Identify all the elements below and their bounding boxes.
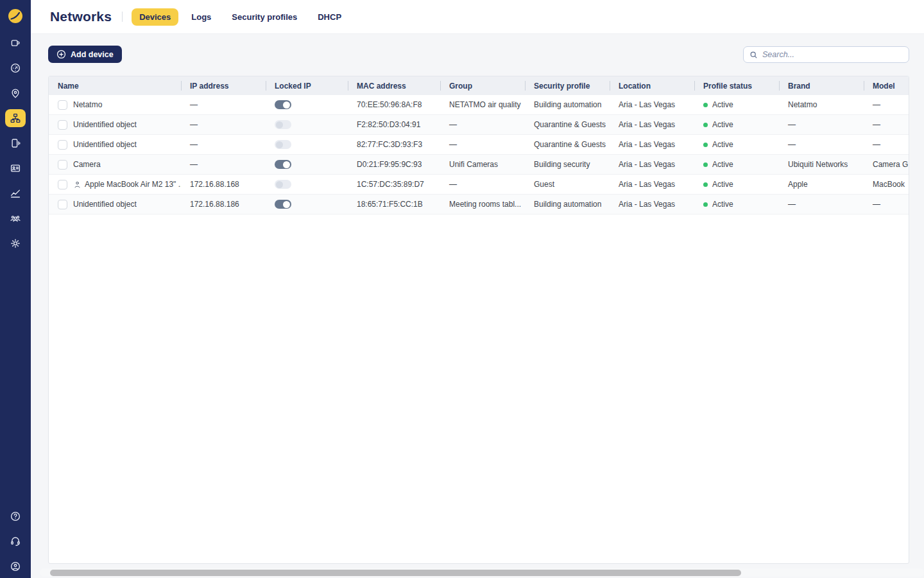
status-label: Active	[712, 160, 733, 169]
profile-status-cell: Active	[694, 155, 779, 174]
status-active-dot	[703, 123, 708, 127]
locked-ip-toggle[interactable]	[275, 100, 291, 109]
sidebar-item-team[interactable]	[5, 209, 26, 227]
plus-circle-icon	[56, 49, 66, 59]
column-header-ip-address[interactable]: IP address	[181, 76, 266, 95]
row-checkbox[interactable]	[58, 200, 67, 209]
toggle-knob	[283, 201, 290, 208]
ip-address-cell: —	[181, 115, 266, 134]
table-row[interactable]: Unidentified object—82:77:FC:3D:93:F3—Qu…	[49, 135, 909, 155]
toggle-knob	[283, 161, 290, 168]
row-checkbox[interactable]	[58, 140, 67, 150]
group-cell: NETATMO air quality	[440, 95, 525, 114]
locked-ip-toggle[interactable]	[275, 200, 291, 209]
horizontal-scrollbar-thumb[interactable]	[50, 570, 741, 576]
model-cell: —	[864, 115, 909, 134]
brand-cell: —	[779, 135, 864, 154]
sidebar-item-location-pin[interactable]	[5, 84, 26, 102]
group-cell: Meeting rooms tabl...	[440, 195, 525, 214]
row-checkbox[interactable]	[58, 180, 67, 189]
locked-ip-toggle[interactable]	[275, 180, 291, 189]
mac-address-cell: 70:EE:50:96:8A:F8	[348, 95, 440, 114]
tab-security-profiles[interactable]: Security profiles	[224, 8, 305, 26]
toggle-knob	[276, 181, 283, 188]
tab-dhcp[interactable]: DHCP	[310, 8, 349, 26]
column-header-brand[interactable]: Brand	[779, 76, 864, 95]
locked-ip-toggle[interactable]	[275, 120, 291, 129]
location-pin-icon	[10, 87, 21, 99]
sidebar-item-line-chart[interactable]	[5, 184, 26, 202]
sidebar-item-network[interactable]	[5, 109, 26, 127]
sidebar-item-id-badge[interactable]	[5, 159, 26, 177]
column-header-group[interactable]: Group	[440, 76, 525, 95]
mac-address-cell: 18:65:71:F5:CC:1B	[348, 195, 440, 214]
group-cell: —	[440, 115, 525, 134]
column-header-name[interactable]: Name	[49, 76, 181, 95]
ip-address-cell: 172.16.88.168	[181, 175, 266, 194]
table-row[interactable]: Netatmo—70:EE:50:96:8A:F8NETATMO air qua…	[49, 95, 909, 115]
profile-status-cell: Active	[694, 175, 779, 194]
cup-icon	[10, 37, 21, 49]
profile-status-cell: Active	[694, 195, 779, 214]
row-checkbox[interactable]	[58, 100, 67, 110]
security-profile-cell: Building automation	[525, 95, 610, 114]
status-active-dot	[703, 103, 708, 107]
sidebar-item-mobile-device[interactable]	[5, 134, 26, 152]
line-chart-icon	[10, 188, 21, 199]
status-active-dot	[703, 182, 708, 187]
group-cell: —	[440, 135, 525, 154]
column-header-locked-ip[interactable]: Locked IP	[266, 76, 348, 95]
headset-icon	[10, 536, 21, 547]
tab-logs[interactable]: Logs	[184, 8, 219, 26]
ip-address-cell: —	[181, 155, 266, 174]
main-content: Add device NameIP addressLocked IPMAC ad…	[31, 34, 924, 578]
locked-ip-toggle[interactable]	[275, 160, 291, 169]
add-device-button[interactable]: Add device	[48, 46, 122, 63]
table-row[interactable]: Apple MacBook Air M2 13" ...172.16.88.16…	[49, 175, 909, 195]
sidebar-item-headset[interactable]	[5, 532, 26, 550]
column-header-mac-address[interactable]: MAC address	[348, 76, 440, 95]
security-profile-cell: Quarantine & Guests	[525, 115, 610, 134]
sidebar-item-cup[interactable]	[5, 34, 26, 52]
column-header-profile-status[interactable]: Profile status	[694, 76, 779, 95]
locked-ip-cell	[266, 95, 348, 114]
horizontal-scrollbar-track[interactable]	[40, 568, 924, 577]
mac-address-cell: 1C:57:DC:35:89:D7	[348, 175, 440, 194]
mac-address-cell: 82:77:FC:3D:93:F3	[348, 135, 440, 154]
locked-ip-cell	[266, 115, 348, 134]
top-bar: Networks DevicesLogsSecurity profilesDHC…	[31, 0, 924, 34]
name-cell: Unidentified object	[49, 195, 181, 214]
locked-ip-toggle[interactable]	[275, 140, 291, 149]
brand-logo[interactable]	[8, 8, 23, 24]
tab-devices[interactable]: Devices	[132, 8, 178, 26]
tab-bar: DevicesLogsSecurity profilesDHCP	[132, 8, 349, 26]
mac-address-cell: D0:21:F9:95:9C:93	[348, 155, 440, 174]
sidebar-item-settings-gear[interactable]	[5, 234, 26, 252]
sidebar-item-gauge[interactable]	[5, 59, 26, 77]
row-checkbox[interactable]	[58, 160, 67, 170]
device-name: Unidentified object	[73, 200, 137, 209]
table-row[interactable]: Unidentified object—F2:82:50:D3:04:91—Qu…	[49, 115, 909, 135]
search-icon	[749, 51, 758, 59]
brand-cell: Netatmo	[779, 95, 864, 114]
column-header-security-profile[interactable]: Security profile	[525, 76, 610, 95]
sidebar-bottom-nav	[5, 507, 26, 578]
table-row[interactable]: Unidentified object172.16.88.18618:65:71…	[49, 195, 909, 215]
column-header-model[interactable]: Model	[864, 76, 909, 95]
toggle-knob	[276, 121, 283, 128]
model-cell: —	[864, 95, 909, 114]
device-name: Camera	[73, 160, 101, 169]
model-cell: —	[864, 135, 909, 154]
profile-status-cell: Active	[694, 135, 779, 154]
team-icon	[10, 213, 21, 224]
column-header-location[interactable]: Location	[610, 76, 694, 95]
table-row[interactable]: Camera—D0:21:F9:95:9C:93Unifi CamerasBui…	[49, 155, 909, 175]
location-cell: Aria - Las Vegas	[610, 135, 694, 154]
sidebar-item-account[interactable]	[5, 557, 26, 575]
ip-address-cell: —	[181, 135, 266, 154]
row-checkbox[interactable]	[58, 120, 67, 130]
account-icon	[10, 561, 21, 572]
search-input[interactable]	[762, 50, 903, 59]
model-cell: —	[864, 195, 909, 214]
sidebar-item-help[interactable]	[5, 507, 26, 525]
